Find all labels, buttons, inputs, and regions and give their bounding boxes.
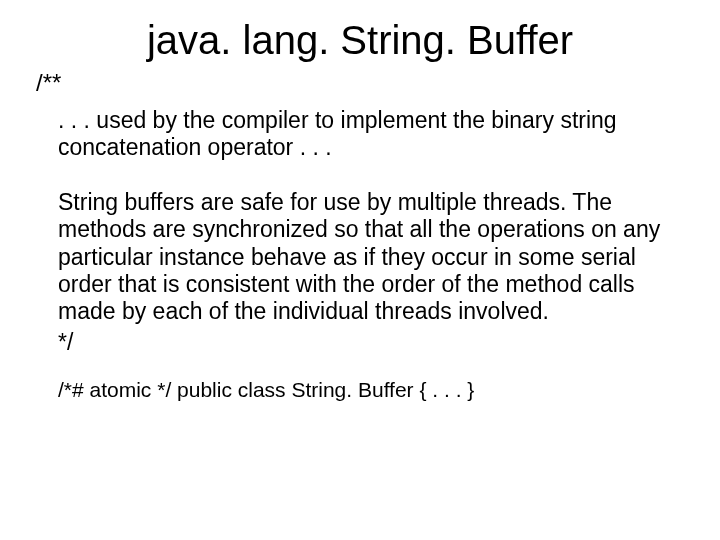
paragraph-1: . . . used by the compiler to implement … [36, 107, 684, 161]
javadoc-close: */ [36, 329, 684, 356]
javadoc-open: /** [36, 69, 684, 97]
slide: java. lang. String. Buffer /** . . . use… [0, 0, 720, 540]
class-declaration: /*# atomic */ public class String. Buffe… [36, 378, 684, 402]
paragraph-2: String buffers are safe for use by multi… [36, 189, 684, 325]
page-title: java. lang. String. Buffer [36, 18, 684, 63]
